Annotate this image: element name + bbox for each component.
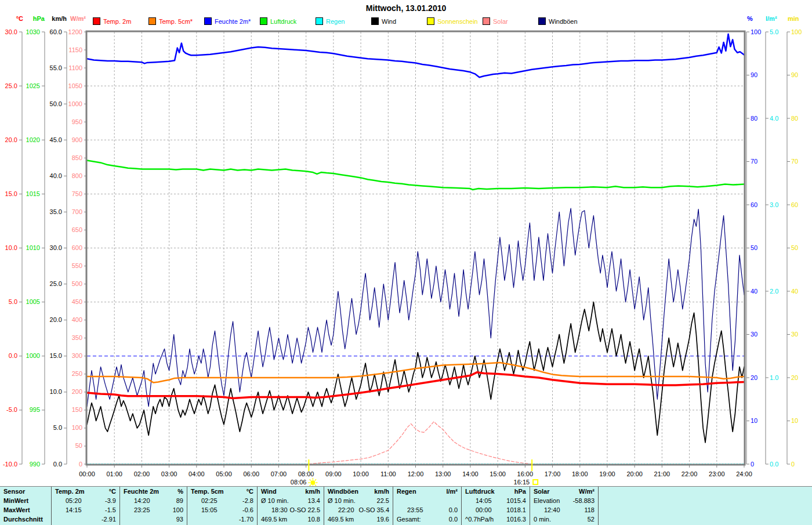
table-cell: -58.883 — [573, 496, 594, 505]
table-cell: 0.0 — [449, 505, 458, 515]
table-cell: -0.6 — [242, 505, 253, 515]
table-row: 00:001018.1 — [462, 505, 530, 515]
table-col-sensor: SensorMinWertMaxWertDurchschnitt — [0, 487, 51, 525]
lm2-axis-tick-label: 3.0 — [770, 202, 793, 208]
hpa-axis-tick-label: 1005 — [17, 299, 40, 305]
wm2-axis-tick-label: 1100 — [59, 65, 82, 71]
wm2-axis-tick-label: 250 — [59, 371, 82, 377]
x-axis-label: 12:00 — [405, 470, 426, 477]
wm2-axis-tick-label: 50 — [59, 443, 82, 449]
table-cell: 02:25 — [201, 496, 217, 505]
table-cell: Elevation — [534, 496, 560, 505]
c-axis-tick-label: 5.0 — [0, 299, 17, 305]
table-cell: -3.9 — [105, 496, 116, 505]
table-cell: 10.8 — [308, 515, 320, 524]
table-cell: 14:05 — [476, 496, 492, 505]
table-cell: 89 — [176, 496, 183, 505]
wm2-axis-tick-label: 750 — [59, 191, 82, 197]
wm2-axis-tick-label: 900 — [59, 137, 82, 143]
wm2-axis-tick-label: 200 — [59, 389, 82, 395]
wm2-axis-tick-label: 850 — [59, 155, 82, 161]
weather-chart-page: Mittwoch, 13.01.2010 °ChPakm/hW/m²%l/m²m… — [0, 0, 812, 525]
x-axis-label: 16:00 — [514, 470, 535, 477]
hpa-axis-tick-label: 1025 — [17, 83, 40, 89]
table-row: Ø 10 min.22.5 — [324, 496, 393, 505]
table-cell: 1015.4 — [506, 496, 526, 505]
wm2-axis-tick-label: 1150 — [59, 47, 82, 53]
table-cell: 18:30 — [271, 505, 288, 515]
table-cell: -2.91 — [102, 515, 116, 524]
x-axis-label: 15:00 — [487, 470, 508, 477]
hpa-axis-tick-label: 1030 — [17, 29, 40, 35]
table-cell: 15:05 — [201, 505, 217, 515]
lm2-axis-tick-label: 5.0 — [770, 29, 793, 35]
x-axis-label: 11:00 — [378, 470, 398, 477]
table-cell: Feuchte 2m — [124, 487, 159, 496]
chart-labels-layer: -10.0-5.00.05.010.015.020.025.030.099099… — [0, 0, 812, 525]
min-axis-tick-label: 10 — [791, 418, 812, 424]
lm2-axis-tick-label: 0.0 — [770, 461, 793, 468]
table-row: -2.91 — [52, 515, 120, 524]
kmh-axis-tick-label: 25.0 — [39, 281, 62, 287]
table-cell: O-SO 35.4 — [358, 505, 389, 515]
table-cell: -1.5 — [105, 505, 116, 515]
wm2-axis-tick-label: 400 — [59, 317, 82, 323]
kmh-axis-tick-label: 20.0 — [39, 317, 62, 323]
table-cell: 14:20 — [134, 496, 150, 505]
wm2-axis-tick-label: 800 — [59, 173, 82, 179]
table-row: 14:2089 — [120, 496, 187, 505]
table-cell: 0.0 — [449, 515, 458, 524]
kmh-axis-tick-label: 10.0 — [39, 389, 62, 395]
table-cell: °C — [246, 487, 253, 496]
c-axis-tick-label: 10.0 — [0, 245, 17, 251]
c-axis-tick-label: -5.0 — [0, 407, 17, 413]
wm2-axis-tick-label: 450 — [59, 299, 82, 305]
table-cell: 23:25 — [134, 505, 150, 515]
table-cell: l/m² — [446, 487, 458, 496]
wm2-axis-tick-label: 300 — [59, 353, 82, 359]
c-axis-tick-label: 30.0 — [0, 29, 17, 35]
kmh-axis-tick-label: 60.0 — [39, 29, 62, 35]
wm2-axis-tick-label: 1000 — [59, 101, 82, 107]
table-row: 23:25100 — [120, 505, 187, 515]
x-axis-label: 03:00 — [159, 470, 180, 477]
sunrise-time-label: 08:06 — [283, 479, 306, 486]
x-axis-label: 07:00 — [268, 470, 289, 477]
min-axis-tick-label: 80 — [791, 115, 812, 122]
wm2-axis-tick-label: 100 — [59, 425, 82, 431]
table-row: Windkm/h — [258, 487, 324, 496]
x-axis-label: 24:00 — [734, 470, 755, 477]
min-axis-tick-label: 40 — [791, 288, 812, 295]
table-col-windb-en: Windböenkm/hØ 10 min.22.522:20O-SO 35.44… — [324, 487, 393, 525]
table-row: SolarW/m² — [530, 487, 599, 496]
table-col-luftdruck: LuftdruckhPa14:051015.400:001018.1^0.7hP… — [461, 487, 530, 525]
x-axis-label: 09:00 — [323, 470, 344, 477]
table-row: Feuchte 2m% — [120, 487, 187, 496]
table-cell: Windböen — [328, 487, 358, 496]
min-axis-tick-label: 60 — [791, 202, 812, 208]
wm2-axis-tick-label: 550 — [59, 263, 82, 269]
pct-axis-tick-label: 90 — [751, 72, 774, 78]
table-cell: -1.70 — [239, 515, 253, 524]
table-row: 02:25-2.8 — [187, 496, 258, 505]
table-row: 0 min.52 — [530, 515, 599, 524]
table-cell: Solar — [534, 487, 550, 496]
wm2-axis-tick-label: 1200 — [59, 29, 82, 35]
table-row: 12:40118 — [530, 505, 599, 515]
min-axis-tick-label: 70 — [791, 158, 812, 165]
kmh-axis-tick-label: 55.0 — [39, 65, 62, 71]
x-axis-label: 19:00 — [597, 470, 618, 477]
table-cell: 12:40 — [544, 505, 560, 515]
table-row: MaxWert — [0, 505, 51, 515]
table-cell: Ø 10 min. — [328, 496, 356, 505]
table-row: 05:20-3.9 — [52, 496, 120, 505]
table-row: 23:550.0 — [393, 505, 462, 515]
table-cell: Temp. 5cm — [191, 487, 224, 496]
hpa-axis-tick-label: 1020 — [17, 137, 40, 143]
table-cell: % — [177, 487, 183, 496]
min-axis-tick-label: 90 — [791, 72, 812, 78]
min-axis-tick-label: 100 — [791, 29, 812, 35]
table-row: 15:05-0.6 — [187, 505, 258, 515]
table-row: MinWert — [0, 496, 51, 505]
x-axis-label: 18:00 — [570, 470, 590, 477]
